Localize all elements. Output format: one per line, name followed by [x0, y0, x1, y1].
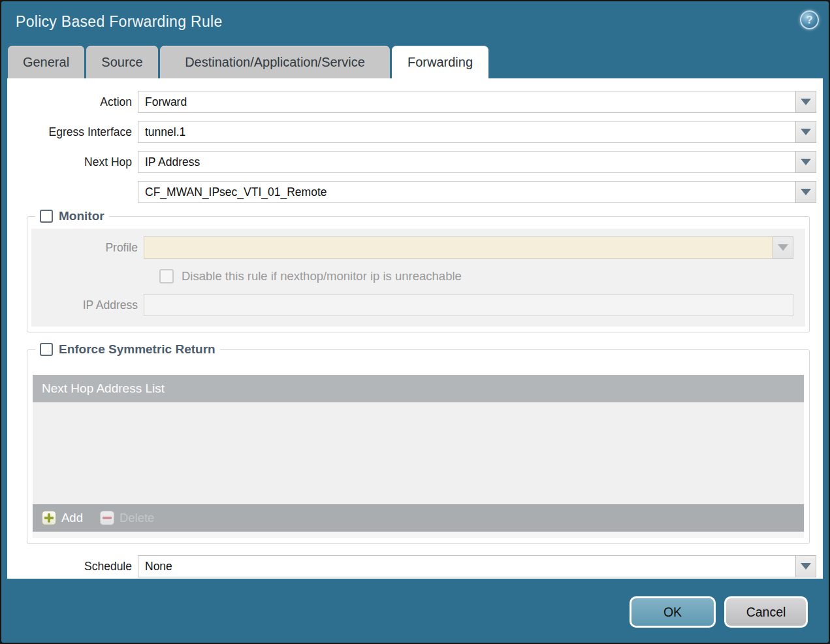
egress-interface-label: Egress Interface — [7, 125, 138, 139]
tab-destination-application-service[interactable]: Destination/Application/Service — [160, 46, 390, 78]
next-hop-type-dropdown-button[interactable] — [795, 151, 816, 173]
add-button-label: Add — [61, 511, 83, 525]
monitor-legend: Monitor — [35, 209, 109, 223]
tab-label: Source — [101, 55, 142, 70]
next-hop-type-select[interactable]: IP Address — [138, 151, 796, 173]
forwarding-tab-panel: Action Forward Egress Interface tunnel.1… — [7, 78, 823, 579]
add-button[interactable]: Add — [42, 511, 83, 525]
egress-interface-row: Egress Interface tunnel.1 — [7, 121, 816, 143]
chevron-down-icon — [801, 129, 811, 135]
table-bottom-strip — [33, 532, 804, 538]
next-hop-address-row: CF_MWAN_IPsec_VTI_01_Remote — [7, 181, 816, 203]
dialog-title: Policy Based Forwarding Rule — [16, 13, 223, 31]
chevron-down-icon — [801, 189, 811, 195]
schedule-select[interactable]: None — [138, 555, 796, 577]
tab-label: Destination/Application/Service — [185, 55, 365, 70]
action-dropdown-button[interactable] — [795, 91, 816, 113]
monitor-fieldset: Monitor Profile Disable this rule if nex… — [27, 216, 810, 332]
enforce-symmetric-return-checkbox[interactable] — [40, 343, 53, 356]
chevron-down-icon — [801, 99, 811, 105]
help-icon[interactable]: ? — [800, 10, 819, 29]
tab-label: General — [23, 55, 69, 70]
schedule-dropdown-button[interactable] — [795, 555, 816, 577]
profile-dropdown-button — [773, 236, 793, 259]
egress-interface-select[interactable]: tunnel.1 — [138, 121, 796, 143]
delete-button: Delete — [100, 511, 154, 525]
monitor-ip-address-row: IP Address — [31, 294, 803, 316]
egress-interface-dropdown-button[interactable] — [795, 121, 816, 143]
chevron-down-icon — [778, 244, 788, 251]
profile-select — [144, 236, 773, 259]
action-row: Action Forward — [7, 91, 816, 113]
tab-source[interactable]: Source — [86, 46, 158, 78]
enforce-symmetric-return-fieldset: Enforce Symmetric Return Next Hop Addres… — [27, 349, 810, 544]
profile-label: Profile — [31, 241, 144, 255]
tab-label: Forwarding — [407, 55, 473, 70]
tab-forwarding[interactable]: Forwarding — [392, 46, 488, 78]
enforce-symmetric-return-legend-label: Enforce Symmetric Return — [59, 342, 215, 357]
help-icon-glyph: ? — [806, 14, 812, 27]
policy-based-forwarding-dialog: Policy Based Forwarding Rule ? General S… — [0, 0, 830, 644]
cancel-button[interactable]: Cancel — [724, 596, 808, 628]
monitor-checkbox[interactable] — [40, 210, 53, 223]
disable-rule-label: Disable this rule if nexthop/monitor ip … — [182, 269, 462, 283]
next-hop-row: Next Hop IP Address — [7, 151, 816, 173]
disable-rule-row: Disable this rule if nexthop/monitor ip … — [159, 269, 803, 283]
tab-bar: General Source Destination/Application/S… — [1, 42, 829, 78]
monitor-ip-address-input — [144, 294, 793, 316]
chevron-down-icon — [801, 563, 811, 570]
next-hop-address-select[interactable]: CF_MWAN_IPsec_VTI_01_Remote — [138, 181, 796, 203]
disable-rule-checkbox — [159, 269, 174, 283]
action-select[interactable]: Forward — [138, 91, 796, 113]
minus-icon — [100, 511, 114, 525]
next-hop-label: Next Hop — [7, 155, 138, 169]
profile-row: Profile — [31, 236, 803, 259]
dialog-footer: OK Cancel — [1, 579, 829, 643]
dialog-titlebar: Policy Based Forwarding Rule ? — [1, 1, 829, 42]
next-hop-address-list-toolbar: Add Delete — [33, 504, 804, 532]
next-hop-address-list-header: Next Hop Address List — [33, 375, 804, 402]
tab-general[interactable]: General — [8, 46, 84, 78]
next-hop-address-list-body — [33, 402, 804, 504]
plus-icon — [42, 511, 56, 525]
chevron-down-icon — [801, 159, 811, 165]
schedule-label: Schedule — [7, 560, 138, 573]
next-hop-address-list-table: Next Hop Address List Add Delete — [33, 375, 804, 532]
monitor-legend-label: Monitor — [59, 209, 104, 223]
monitor-ip-address-label: IP Address — [31, 298, 144, 312]
enforce-symmetric-return-legend: Enforce Symmetric Return — [35, 342, 220, 357]
schedule-row: Schedule None — [7, 555, 816, 577]
action-label: Action — [7, 95, 138, 109]
next-hop-address-dropdown-button[interactable] — [795, 181, 816, 203]
monitor-panel: Profile Disable this rule if nexthop/mon… — [31, 229, 805, 327]
ok-button[interactable]: OK — [630, 596, 716, 628]
delete-button-label: Delete — [120, 511, 154, 525]
